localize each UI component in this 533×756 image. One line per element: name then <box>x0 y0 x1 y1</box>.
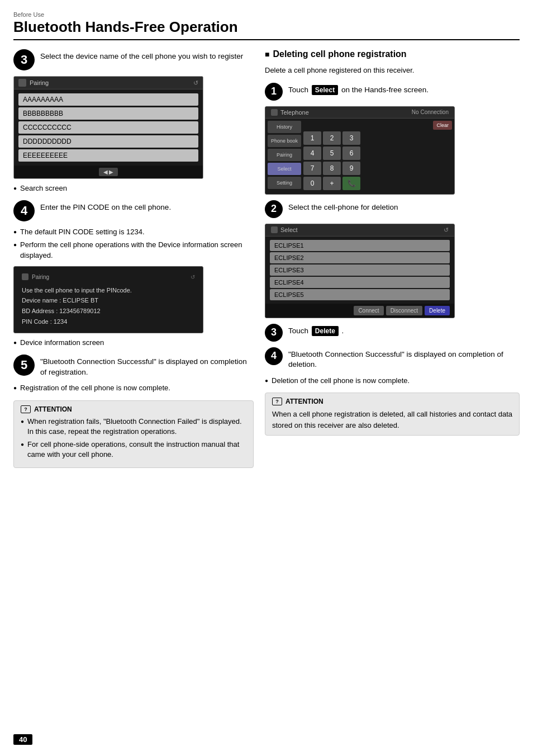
section-intro: Delete a cell phone registered on this r… <box>265 65 520 76</box>
delete-button-label: Delete <box>312 326 339 337</box>
key-3: 3 <box>342 131 360 145</box>
tel-history-btn: History <box>268 121 301 133</box>
list-item: ECLIPSE4 <box>270 277 450 288</box>
step5-text: "Bluetooth Connection Successful" is dis… <box>40 355 254 378</box>
right-step2-circle: 2 <box>265 200 283 218</box>
select-button-label: Select <box>312 85 338 96</box>
device-info-line1: Use the cell phone to input the PINcode. <box>22 285 195 296</box>
tel-phonebook-btn: Phone book <box>268 135 301 147</box>
list-item: EEEEEEEEEE <box>18 149 198 162</box>
step3-suffix: . <box>342 327 344 335</box>
right-step1-circle: 1 <box>265 83 283 101</box>
bullet-pin-default: The default PIN CODE setting is 1234. <box>13 227 254 237</box>
delete-btn: Delete <box>425 306 450 315</box>
attention-bullet-1: When registration fails, "Bluetooth Conn… <box>21 417 246 437</box>
attention-icon-2: ? <box>272 398 282 405</box>
bullet-deletion-complete: Deletion of the cell phone is now comple… <box>265 376 520 386</box>
attention-title-2: ATTENTION <box>285 398 323 405</box>
pairing-screen: Pairing ↺ AAAAAAAAA BBBBBBBBB CCCCCCCCCC… <box>13 76 203 179</box>
attention-text-2: When a cell phone registration is delete… <box>272 409 512 431</box>
bullet-registration-complete: Registration of the cell phone is now co… <box>13 383 254 393</box>
step3-touch: Touch <box>288 327 308 335</box>
select-icon <box>271 226 278 233</box>
list-item: ECLIPSE1 <box>270 240 450 251</box>
device-info-line3: BD Address : 123456789012 <box>22 306 195 316</box>
connect-btn: Connect <box>354 306 383 315</box>
key-plus: + <box>323 177 341 190</box>
attention-title-1: ATTENTION <box>34 405 72 413</box>
pairing-title: Pairing <box>30 79 49 86</box>
tel-sidebar: History Phone book Pairing Select Settin… <box>268 121 301 192</box>
right-step4-circle: 4 <box>265 347 283 365</box>
step1-touch: Touch <box>288 86 308 94</box>
list-item: DDDDDDDDDD <box>18 135 198 148</box>
right-step4-text: "Bluetooth Connection Successful" is dis… <box>288 347 520 371</box>
page-number: 40 <box>13 734 32 745</box>
step4-text: Enter the PIN CODE on the cell phone. <box>40 200 171 213</box>
page-title: Bluetooth Hands-Free Operation <box>13 18 520 40</box>
device-info-label: Device information screen <box>13 338 254 348</box>
pairing-list: AAAAAAAAA BBBBBBBBB CCCCCCCCCC DDDDDDDDD… <box>14 89 203 166</box>
list-item: BBBBBBBBB <box>18 107 198 120</box>
device-info-line4: PIN Code : 1234 <box>22 316 195 327</box>
device-info-title: Pairing <box>32 272 49 282</box>
select-title: Select <box>280 226 298 233</box>
key-0: 0 <box>303 177 321 190</box>
device-info-screen: Pairing ↺ Use the cell phone to input th… <box>13 266 203 333</box>
key-7: 7 <box>303 162 321 175</box>
select-list: ECLIPSE1 ECLIPSE2 ECLIPSE3 ECLIPSE4 ECLI… <box>265 237 454 304</box>
key-5: 5 <box>323 147 341 160</box>
list-item: ECLIPSE5 <box>270 289 450 300</box>
telephone-screen: Telephone No Connection History Phone bo… <box>265 106 455 195</box>
attention-box-1: ? ATTENTION When registration fails, "Bl… <box>13 400 254 469</box>
tel-status: No Connection <box>412 109 449 115</box>
step5-circle: 5 <box>13 355 35 376</box>
list-item: ECLIPSE2 <box>270 252 450 263</box>
attention-icon-1: ? <box>21 405 31 413</box>
before-use-label: Before Use <box>13 11 44 18</box>
attention-box-2: ? ATTENTION When a cell phone registrati… <box>265 393 520 436</box>
list-item: AAAAAAAAA <box>18 93 198 106</box>
key-6: 6 <box>342 147 360 160</box>
key-8: 8 <box>323 162 341 175</box>
tel-select-btn: Select <box>268 163 301 175</box>
tel-setting-btn: Setting <box>268 177 301 189</box>
key-2: 2 <box>323 131 341 145</box>
tel-numpad: Clear 1 2 3 4 5 6 7 8 9 <box>303 121 452 192</box>
tel-icon <box>271 109 278 116</box>
key-1: 1 <box>303 131 321 145</box>
right-step1-text: Touch Select on the Hands-free screen. <box>288 83 429 96</box>
step3-circle: 3 <box>13 49 35 70</box>
tel-title: Telephone <box>280 109 309 116</box>
right-step3-text: Touch Delete . <box>288 324 344 337</box>
screen-nav-btn: ◀ ▶ <box>99 168 118 176</box>
tel-clear-btn: Clear <box>433 121 452 130</box>
select-back: ↺ <box>444 226 449 234</box>
screen-icon <box>18 79 26 87</box>
list-item: ECLIPSE3 <box>270 264 450 276</box>
right-step2-text: Select the cell-phone for deletion <box>288 200 398 213</box>
step1-suffix: on the Hands-free screen. <box>341 86 429 94</box>
right-step3-circle: 3 <box>265 324 283 342</box>
select-screen: Select ↺ ECLIPSE1 ECLIPSE2 ECLIPSE3 ECLI… <box>265 224 455 318</box>
step4-circle: 4 <box>13 200 35 221</box>
disconnect-btn: Disconnect <box>386 306 422 315</box>
attention-bullet-2: For cell phone-side operations, consult … <box>21 440 246 460</box>
list-item: CCCCCCCCCC <box>18 121 198 134</box>
section-heading-delete: Deleting cell phone registration <box>265 49 520 59</box>
key-9: 9 <box>342 162 360 175</box>
key-4: 4 <box>303 147 321 160</box>
tel-pairing-btn: Pairing <box>268 149 301 161</box>
device-info-line2: Device name : ECLIPSE BT <box>22 295 195 306</box>
step3-text: Select the device name of the cell phone… <box>40 49 243 62</box>
search-screen-label: Search screen <box>13 183 254 193</box>
bullet-perform: Perform the cell phone operations with t… <box>13 240 254 260</box>
call-btn: 📞 <box>342 177 360 190</box>
